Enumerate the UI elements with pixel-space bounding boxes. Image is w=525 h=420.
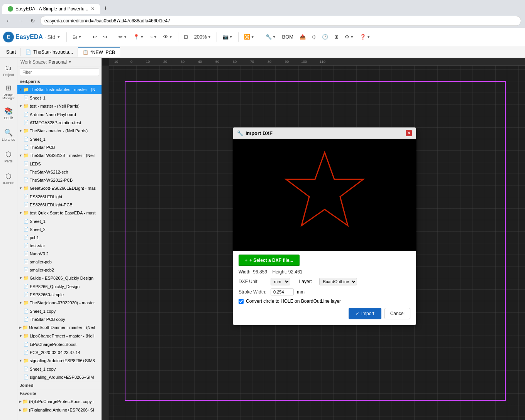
folder-icon: 📁 [23, 153, 29, 158]
help-button[interactable]: ❓ ▼ [357, 32, 373, 41]
cancel-button[interactable]: Cancel [384, 308, 410, 319]
reload-button[interactable]: ↻ [29, 17, 37, 25]
convert-circle-checkbox[interactable] [239, 299, 244, 304]
height-label: Height: [272, 269, 287, 275]
list-item[interactable]: 📄signaling_Arduino+ESP8266+SIM [17, 373, 102, 381]
draw-menu-button[interactable]: ✏ ▼ [116, 32, 129, 41]
sidebar-item-jlcpcb[interactable]: ⬡ JLCPCB [1, 169, 16, 187]
list-item[interactable]: 📄ESP8266_Quickly_Design [17, 282, 102, 290]
list-item[interactable]: 📄LEDS [17, 160, 102, 168]
wiring-menu-button[interactable]: ~ ▼ [147, 32, 159, 41]
list-item[interactable]: 📄Sheet_1 [17, 217, 102, 225]
zoom-fit-button[interactable]: ⊡ [181, 32, 190, 41]
dropdown-arrow-logo[interactable]: ▼ [57, 35, 61, 39]
netlist-button[interactable]: 📤 [297, 32, 308, 41]
folder-icon: 📁 [23, 186, 29, 191]
view-menu-button[interactable]: 👁 ▼ [161, 32, 175, 41]
list-item[interactable]: 📄TheStar-PCB copy [17, 315, 102, 323]
tab-start[interactable]: Start [2, 48, 21, 56]
list-item[interactable]: 📄ES8266LEDLight-PCB [17, 201, 102, 209]
tab-thestar-label: TheStar-Instructa... [33, 49, 73, 55]
import-button[interactable]: ✓ Import [349, 308, 381, 319]
sidebar-item-project[interactable]: 🗂 Project [1, 61, 16, 79]
select-dxf-button[interactable]: + + Select a DXF file... [239, 255, 300, 266]
list-item[interactable]: 📄PCB_2020-02-04 23:37:14 [17, 348, 102, 356]
sidebar-item-design-manager[interactable]: ⊞ Design Manager [1, 83, 16, 101]
bom-button[interactable]: BOM [280, 32, 296, 41]
list-item[interactable]: ▼ 📁 TheStar - master - (Neil Parris) [17, 127, 102, 135]
list-item[interactable]: 📄test-star [17, 241, 102, 250]
sidebar-item-libraries[interactable]: 🔍 Libraries [1, 126, 16, 144]
import-label: Import [361, 311, 374, 316]
place-menu-button[interactable]: 📍 ▼ [131, 32, 146, 41]
share-button[interactable]: ⟨⟩ [310, 32, 318, 41]
unit-select[interactable]: mm inch [271, 278, 290, 285]
folder-icon: 📁 [22, 325, 28, 330]
settings-button[interactable]: ⚙ ▼ [342, 32, 356, 41]
list-item[interactable]: ▼📁GreatScott-ES8266LEDLight - mas [17, 184, 102, 192]
list-item[interactable]: 📄pcb1 [17, 233, 102, 241]
list-item[interactable]: 📄TheStar-WS212-sch [17, 168, 102, 176]
list-item[interactable]: ▶📁(R)signaling Arduino+ESP8266+SI [17, 406, 102, 414]
list-item[interactable]: 📄 Arduino Nano Playboard [17, 110, 102, 118]
stroke-input[interactable] [271, 288, 294, 295]
list-item[interactable]: ▼ 📁 TheStar-Instructables - master - (N [17, 85, 102, 94]
list-item[interactable]: ▼📁TheStar-WS2812B - master - (Neil [17, 151, 102, 160]
forward-button[interactable]: → [16, 17, 25, 25]
list-item[interactable]: ▼📁signaling Arduino+ESP8266+SIM8 [17, 356, 102, 365]
address-input[interactable] [40, 16, 521, 26]
list-item[interactable]: 📄 Sheet_1 [17, 94, 102, 102]
new-tab-button[interactable]: + [100, 2, 111, 14]
list-item[interactable]: 📄TheStar-WS2812-PCB [17, 176, 102, 184]
history-button[interactable]: 🕐 [320, 32, 330, 41]
list-item[interactable]: 📄ESP82660-simple [17, 290, 102, 299]
zoom-level-button[interactable]: 200% ▼ [192, 32, 213, 41]
list-item[interactable]: 📄Sheet_1 [17, 135, 102, 143]
close-tab-icon[interactable]: ✕ [91, 6, 95, 12]
tab-thestar[interactable]: 📄 TheStar-Instructa... [21, 48, 78, 56]
chevron-down-icon: ▼ [19, 129, 22, 133]
redo-button[interactable]: ↪ [101, 32, 110, 41]
list-item[interactable]: 📄smaller-pcb2 [17, 266, 102, 274]
list-item[interactable]: ▼ 📁 test - master - (Neil Parris) [17, 102, 102, 110]
dialog-close-button[interactable]: ✕ [406, 130, 412, 136]
back-button[interactable]: ← [4, 17, 13, 25]
list-item[interactable]: 📄Sheet_1 copy [17, 365, 102, 373]
chevron-down-icon: ▼ [19, 334, 22, 338]
tab-start-label: Start [6, 49, 16, 55]
active-tab[interactable]: EasyEDA - A Simple and Powerfu... ✕ [2, 4, 100, 14]
sidebar-item-parts[interactable]: ⬡ Parts [1, 147, 16, 166]
layers-button[interactable]: ⊞ [332, 32, 341, 41]
list-item[interactable]: 📄smaller-pcb [17, 258, 102, 266]
list-item[interactable]: ▼📁TheStar(clone-07022020) - master [17, 299, 102, 307]
undo-button[interactable]: ↩ [90, 32, 99, 41]
list-item[interactable]: 📄Sheet_2 [17, 225, 102, 233]
file-menu-button[interactable]: 🗂 ▼ [70, 32, 84, 41]
list-item[interactable]: 📄NanoV3.2 [17, 250, 102, 258]
layer-select[interactable]: BoardOutLine F.Cu B.Cu [319, 278, 357, 285]
chevron-right-icon: ▶ [19, 408, 22, 412]
eelib-icon: 📚 [4, 107, 13, 115]
canvas-area[interactable]: -10 0 10 20 30 40 50 60 70 80 90 100 110 [102, 58, 525, 420]
route-menu-button[interactable]: 🔀 ▼ [242, 32, 257, 41]
list-item[interactable]: 📄ES8266LEDLight [17, 192, 102, 201]
folder-icon: 📁 [23, 300, 29, 305]
workspace-dropdown-arrow[interactable]: ▼ [68, 60, 72, 64]
sch-icon: 📄 [24, 137, 29, 142]
sidebar-item-eelib[interactable]: 📚 EELib [1, 104, 16, 123]
list-item[interactable]: 📄Sheet_1 copy [17, 307, 102, 315]
fabrication-menu-button[interactable]: 🔧 ▼ [263, 32, 278, 41]
list-item[interactable]: ▼📁test Quick Start to EasyEDA - mast [17, 209, 102, 217]
list-item[interactable]: ▼📁LipoChargeProtect - master - (Neil [17, 332, 102, 340]
list-item[interactable]: 📄LiPoChargeProtectBoost [17, 340, 102, 348]
list-item[interactable]: ▼📁Guide - ESP8266_Quickly Design [17, 274, 102, 282]
photo-menu-button[interactable]: 📷 ▼ [220, 32, 235, 41]
list-item[interactable]: 📄 ATMEGA328P-rotation-test [17, 118, 102, 127]
list-item[interactable]: ▶📁GreatScott-Dimmer - master - (Neil [17, 323, 102, 332]
import-dxf-dialog: 🔧 Import DXF ✕ + [233, 127, 416, 325]
tab-newpcb[interactable]: 📋 *NEW_PCB [78, 47, 120, 57]
list-item[interactable]: 📄TheStar-PCB [17, 143, 102, 151]
filter-input[interactable] [20, 68, 99, 76]
list-item[interactable]: ▶📁(R)LiPoChargeProtectBoost copy - [17, 397, 102, 406]
convert-circle-label: Convert circle to HOLE on BoardOutLine l… [246, 299, 341, 304]
